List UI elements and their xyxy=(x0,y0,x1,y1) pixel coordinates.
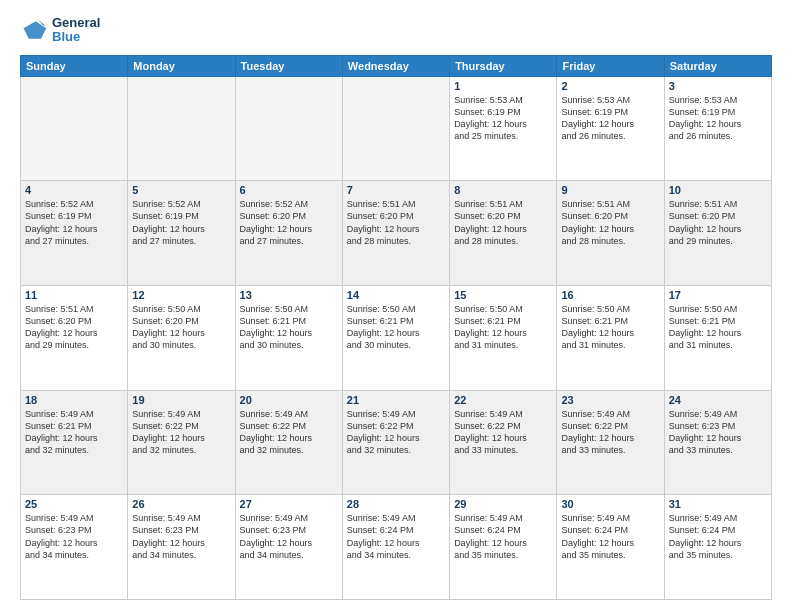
day-info: Sunrise: 5:49 AM Sunset: 6:22 PM Dayligh… xyxy=(347,408,445,457)
day-info: Sunrise: 5:50 AM Sunset: 6:21 PM Dayligh… xyxy=(240,303,338,352)
day-number: 9 xyxy=(561,184,659,196)
logo-icon xyxy=(20,16,48,44)
day-info: Sunrise: 5:49 AM Sunset: 6:21 PM Dayligh… xyxy=(25,408,123,457)
page: General Blue SundayMondayTuesdayWednesda… xyxy=(0,0,792,612)
calendar-cell: 12Sunrise: 5:50 AM Sunset: 6:20 PM Dayli… xyxy=(128,285,235,390)
day-info: Sunrise: 5:50 AM Sunset: 6:21 PM Dayligh… xyxy=(347,303,445,352)
calendar-cell: 5Sunrise: 5:52 AM Sunset: 6:19 PM Daylig… xyxy=(128,181,235,286)
day-number: 1 xyxy=(454,80,552,92)
day-number: 5 xyxy=(132,184,230,196)
day-number: 11 xyxy=(25,289,123,301)
day-info: Sunrise: 5:49 AM Sunset: 6:22 PM Dayligh… xyxy=(240,408,338,457)
calendar-cell: 4Sunrise: 5:52 AM Sunset: 6:19 PM Daylig… xyxy=(21,181,128,286)
week-row-5: 25Sunrise: 5:49 AM Sunset: 6:23 PM Dayli… xyxy=(21,495,772,600)
day-number: 6 xyxy=(240,184,338,196)
day-number: 16 xyxy=(561,289,659,301)
calendar-cell: 14Sunrise: 5:50 AM Sunset: 6:21 PM Dayli… xyxy=(342,285,449,390)
week-row-4: 18Sunrise: 5:49 AM Sunset: 6:21 PM Dayli… xyxy=(21,390,772,495)
day-number: 4 xyxy=(25,184,123,196)
day-info: Sunrise: 5:49 AM Sunset: 6:24 PM Dayligh… xyxy=(347,512,445,561)
day-info: Sunrise: 5:49 AM Sunset: 6:22 PM Dayligh… xyxy=(561,408,659,457)
day-info: Sunrise: 5:51 AM Sunset: 6:20 PM Dayligh… xyxy=(347,198,445,247)
calendar-cell: 11Sunrise: 5:51 AM Sunset: 6:20 PM Dayli… xyxy=(21,285,128,390)
day-number: 7 xyxy=(347,184,445,196)
day-info: Sunrise: 5:52 AM Sunset: 6:19 PM Dayligh… xyxy=(25,198,123,247)
calendar-cell: 13Sunrise: 5:50 AM Sunset: 6:21 PM Dayli… xyxy=(235,285,342,390)
day-info: Sunrise: 5:53 AM Sunset: 6:19 PM Dayligh… xyxy=(454,94,552,143)
calendar-header-row: SundayMondayTuesdayWednesdayThursdayFrid… xyxy=(21,55,772,76)
calendar-cell xyxy=(342,76,449,181)
day-info: Sunrise: 5:49 AM Sunset: 6:22 PM Dayligh… xyxy=(132,408,230,457)
calendar-header-monday: Monday xyxy=(128,55,235,76)
day-info: Sunrise: 5:49 AM Sunset: 6:23 PM Dayligh… xyxy=(132,512,230,561)
calendar-cell: 18Sunrise: 5:49 AM Sunset: 6:21 PM Dayli… xyxy=(21,390,128,495)
day-info: Sunrise: 5:50 AM Sunset: 6:21 PM Dayligh… xyxy=(561,303,659,352)
week-row-1: 1Sunrise: 5:53 AM Sunset: 6:19 PM Daylig… xyxy=(21,76,772,181)
day-info: Sunrise: 5:53 AM Sunset: 6:19 PM Dayligh… xyxy=(669,94,767,143)
day-number: 8 xyxy=(454,184,552,196)
calendar-header-sunday: Sunday xyxy=(21,55,128,76)
day-number: 20 xyxy=(240,394,338,406)
day-info: Sunrise: 5:49 AM Sunset: 6:24 PM Dayligh… xyxy=(454,512,552,561)
day-number: 28 xyxy=(347,498,445,510)
day-info: Sunrise: 5:51 AM Sunset: 6:20 PM Dayligh… xyxy=(454,198,552,247)
day-number: 19 xyxy=(132,394,230,406)
logo-blue: Blue xyxy=(52,29,80,44)
calendar-cell: 30Sunrise: 5:49 AM Sunset: 6:24 PM Dayli… xyxy=(557,495,664,600)
calendar-cell: 8Sunrise: 5:51 AM Sunset: 6:20 PM Daylig… xyxy=(450,181,557,286)
day-number: 29 xyxy=(454,498,552,510)
day-number: 10 xyxy=(669,184,767,196)
calendar-cell: 9Sunrise: 5:51 AM Sunset: 6:20 PM Daylig… xyxy=(557,181,664,286)
day-info: Sunrise: 5:52 AM Sunset: 6:19 PM Dayligh… xyxy=(132,198,230,247)
calendar-cell: 17Sunrise: 5:50 AM Sunset: 6:21 PM Dayli… xyxy=(664,285,771,390)
day-number: 25 xyxy=(25,498,123,510)
logo-text: General Blue xyxy=(52,16,100,45)
day-number: 13 xyxy=(240,289,338,301)
day-number: 21 xyxy=(347,394,445,406)
calendar-cell: 28Sunrise: 5:49 AM Sunset: 6:24 PM Dayli… xyxy=(342,495,449,600)
calendar-header-saturday: Saturday xyxy=(664,55,771,76)
calendar-cell: 29Sunrise: 5:49 AM Sunset: 6:24 PM Dayli… xyxy=(450,495,557,600)
day-info: Sunrise: 5:51 AM Sunset: 6:20 PM Dayligh… xyxy=(25,303,123,352)
calendar-cell: 19Sunrise: 5:49 AM Sunset: 6:22 PM Dayli… xyxy=(128,390,235,495)
calendar-cell: 24Sunrise: 5:49 AM Sunset: 6:23 PM Dayli… xyxy=(664,390,771,495)
calendar-cell: 22Sunrise: 5:49 AM Sunset: 6:22 PM Dayli… xyxy=(450,390,557,495)
day-number: 3 xyxy=(669,80,767,92)
calendar-header-wednesday: Wednesday xyxy=(342,55,449,76)
logo-general: General xyxy=(52,15,100,30)
calendar-cell: 21Sunrise: 5:49 AM Sunset: 6:22 PM Dayli… xyxy=(342,390,449,495)
day-info: Sunrise: 5:49 AM Sunset: 6:22 PM Dayligh… xyxy=(454,408,552,457)
calendar-cell: 16Sunrise: 5:50 AM Sunset: 6:21 PM Dayli… xyxy=(557,285,664,390)
day-number: 17 xyxy=(669,289,767,301)
calendar-header-thursday: Thursday xyxy=(450,55,557,76)
calendar-cell: 25Sunrise: 5:49 AM Sunset: 6:23 PM Dayli… xyxy=(21,495,128,600)
calendar-cell: 3Sunrise: 5:53 AM Sunset: 6:19 PM Daylig… xyxy=(664,76,771,181)
day-info: Sunrise: 5:52 AM Sunset: 6:20 PM Dayligh… xyxy=(240,198,338,247)
calendar-cell: 27Sunrise: 5:49 AM Sunset: 6:23 PM Dayli… xyxy=(235,495,342,600)
calendar-cell xyxy=(21,76,128,181)
day-info: Sunrise: 5:51 AM Sunset: 6:20 PM Dayligh… xyxy=(669,198,767,247)
calendar-cell xyxy=(235,76,342,181)
day-number: 23 xyxy=(561,394,659,406)
header: General Blue xyxy=(20,16,772,45)
calendar-header-friday: Friday xyxy=(557,55,664,76)
calendar-cell: 26Sunrise: 5:49 AM Sunset: 6:23 PM Dayli… xyxy=(128,495,235,600)
calendar-header-tuesday: Tuesday xyxy=(235,55,342,76)
day-info: Sunrise: 5:49 AM Sunset: 6:23 PM Dayligh… xyxy=(240,512,338,561)
day-info: Sunrise: 5:50 AM Sunset: 6:20 PM Dayligh… xyxy=(132,303,230,352)
day-info: Sunrise: 5:49 AM Sunset: 6:24 PM Dayligh… xyxy=(669,512,767,561)
calendar-cell: 20Sunrise: 5:49 AM Sunset: 6:22 PM Dayli… xyxy=(235,390,342,495)
week-row-3: 11Sunrise: 5:51 AM Sunset: 6:20 PM Dayli… xyxy=(21,285,772,390)
day-info: Sunrise: 5:50 AM Sunset: 6:21 PM Dayligh… xyxy=(669,303,767,352)
day-info: Sunrise: 5:51 AM Sunset: 6:20 PM Dayligh… xyxy=(561,198,659,247)
day-info: Sunrise: 5:50 AM Sunset: 6:21 PM Dayligh… xyxy=(454,303,552,352)
day-number: 30 xyxy=(561,498,659,510)
day-info: Sunrise: 5:49 AM Sunset: 6:23 PM Dayligh… xyxy=(669,408,767,457)
day-number: 14 xyxy=(347,289,445,301)
day-number: 18 xyxy=(25,394,123,406)
calendar-table: SundayMondayTuesdayWednesdayThursdayFrid… xyxy=(20,55,772,600)
logo: General Blue xyxy=(20,16,100,45)
calendar-cell: 7Sunrise: 5:51 AM Sunset: 6:20 PM Daylig… xyxy=(342,181,449,286)
calendar-cell: 15Sunrise: 5:50 AM Sunset: 6:21 PM Dayli… xyxy=(450,285,557,390)
day-info: Sunrise: 5:53 AM Sunset: 6:19 PM Dayligh… xyxy=(561,94,659,143)
